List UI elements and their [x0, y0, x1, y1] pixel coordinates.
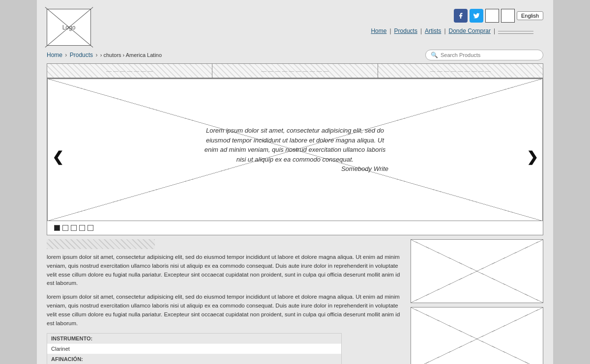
- carousel-image: Lorem ipsum dolor sit amet, consectetur …: [47, 79, 543, 221]
- nav-products[interactable]: Products: [394, 28, 417, 34]
- facebook-icon[interactable]: [454, 9, 468, 23]
- search-bread-row: Home › Products › › chutors › America La…: [37, 48, 553, 61]
- language-button[interactable]: English: [517, 11, 543, 20]
- logo: Logo: [47, 9, 91, 46]
- nav-last[interactable]: ——————: [498, 28, 533, 34]
- spec-label-instrumento: INSTRUMENTO:: [47, 334, 341, 343]
- search-input[interactable]: [441, 52, 538, 58]
- carousel-dot-4[interactable]: [79, 225, 85, 231]
- product-image-2: [411, 307, 543, 364]
- search-box: 🔍: [425, 50, 543, 60]
- carousel-dot-2[interactable]: [62, 225, 68, 231]
- twitter-icon[interactable]: [470, 9, 483, 23]
- social-square2-icon[interactable]: [501, 9, 515, 23]
- main-content: — — — — — — — — — — — — — — — — — — — — …: [37, 61, 553, 364]
- below-carousel: lorem ipsum dolor sit amet, consectetur …: [47, 239, 543, 364]
- spec-row-instrumento: INSTRUMENTO:: [47, 334, 341, 344]
- social-icons-group: English: [454, 9, 543, 23]
- nav-home[interactable]: Home: [371, 28, 386, 34]
- spec-label-afinacion: AFINACIÓN:: [47, 354, 341, 364]
- breadcrumb-products[interactable]: Products: [70, 52, 93, 58]
- header: Logo English Home | Products | Artists: [37, 5, 553, 48]
- section-title-bar: [47, 239, 155, 249]
- nav-donde-comprar[interactable]: Donde Comprar: [449, 28, 491, 34]
- nav-artists[interactable]: Artists: [425, 28, 441, 34]
- tab-item-1[interactable]: — — — — — — —: [47, 64, 212, 78]
- spec-row-instrumento-val: Clarinet: [47, 344, 341, 354]
- breadcrumb-more: › chutors › America Latino: [100, 52, 162, 58]
- breadcrumb-home[interactable]: Home: [47, 52, 62, 58]
- carousel-next-button[interactable]: ❯: [527, 149, 538, 165]
- spec-row-afinacion: AFINACIÓN:: [47, 354, 341, 364]
- logo-text: Logo: [62, 24, 76, 31]
- carousel-quote-text: Lorem ipsum dolor sit amet, consectetur …: [205, 127, 386, 163]
- description-para1: lorem ipsum dolor sit amet, consectetur …: [47, 253, 403, 288]
- carousel-dot-5[interactable]: [88, 225, 93, 231]
- page-wrapper: Logo English Home | Products | Artists: [37, 0, 553, 364]
- search-icon: 🔍: [431, 52, 438, 58]
- nav-bar: Home | Products | Artists | Donde Compra…: [361, 26, 543, 36]
- carousel-dot-1[interactable]: [54, 225, 60, 231]
- tab-item-3[interactable]: — — — — — — — — —: [378, 64, 543, 78]
- carousel-quote: Lorem ipsum dolor sit amet, consectetur …: [202, 126, 388, 174]
- product-specs-table: INSTRUMENTO: Clarinet AFINACIÓN: Eb MODE…: [47, 333, 342, 364]
- carousel-dot-3[interactable]: [71, 225, 77, 231]
- left-column: lorem ipsum dolor sit amet, consectetur …: [47, 239, 403, 364]
- spec-value-instrumento: Clarinet: [47, 344, 341, 354]
- carousel-prev-button[interactable]: ❮: [52, 149, 63, 165]
- header-right: English Home | Products | Artists | Dond…: [361, 9, 543, 36]
- carousel-wrapper: Lorem ipsum dolor sit amet, consectetur …: [47, 78, 543, 235]
- breadcrumb: Home › Products › › chutors › America La…: [47, 52, 162, 58]
- description-para2: lorem ipsum dolor sit amet, consectetur …: [47, 293, 403, 328]
- social-square1-icon[interactable]: [485, 9, 499, 23]
- carousel-author: Somebody Write: [202, 164, 388, 174]
- tab-item-2[interactable]: — — — — — — — — — —: [212, 64, 378, 78]
- product-image-1: [411, 239, 543, 303]
- tab-row: — — — — — — — — — — — — — — — — — — — — …: [47, 63, 543, 78]
- carousel-dots: [47, 221, 543, 235]
- right-column: [411, 239, 543, 364]
